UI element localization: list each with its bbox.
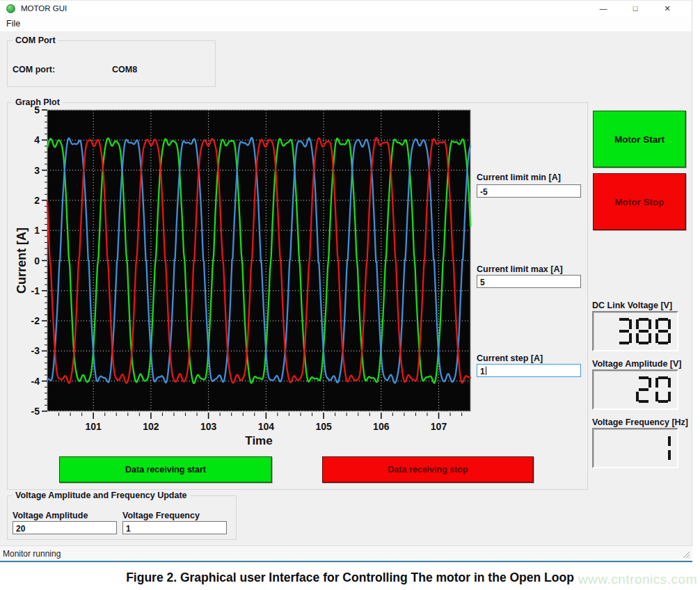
voltage-frequency-input[interactable] <box>123 523 226 535</box>
data-receiving-start-button[interactable]: Data receiving start <box>59 456 272 483</box>
window-bottom-accent <box>0 561 692 562</box>
com-port-group: COM Port COM port: COM8 <box>7 40 216 87</box>
svg-text:104: 104 <box>258 421 275 432</box>
figure-caption-row: www.cntronics.com Figure 2. Graphical us… <box>0 571 700 585</box>
voltage-frequency-display <box>592 428 678 468</box>
svg-text:5: 5 <box>34 104 40 115</box>
svg-text:-4: -4 <box>31 376 40 387</box>
svg-text:105: 105 <box>315 421 332 432</box>
title-bar: MOTOR GUI — □ ✕ <box>0 1 692 16</box>
voltage-frequency-field-label: Voltage Frequency <box>122 511 200 520</box>
voltage-amplitude-input-wrap <box>13 521 117 534</box>
voltage-frequency-input-wrap <box>122 521 227 534</box>
svg-text:2: 2 <box>34 195 40 206</box>
svg-text:102: 102 <box>143 421 159 432</box>
com-port-label: COM port: <box>13 65 55 74</box>
dc-link-voltage-display <box>592 311 678 351</box>
svg-text:4: 4 <box>34 134 40 145</box>
data-receiving-stop-button[interactable]: Data receiving stop <box>322 456 534 483</box>
svg-text:107: 107 <box>431 421 447 432</box>
maximize-icon[interactable]: □ <box>619 1 651 16</box>
menu-file[interactable]: File <box>0 16 26 29</box>
motor-stop-button[interactable]: Motor Stop <box>593 173 686 230</box>
voltage-amplitude-display <box>592 369 678 410</box>
svg-text:Current [A]: Current [A] <box>15 228 29 294</box>
svg-text:106: 106 <box>373 421 390 432</box>
status-text: Monitor running <box>3 549 61 559</box>
svg-text:-2: -2 <box>31 315 40 326</box>
text-caret <box>486 367 486 375</box>
voltage-amplitude-display-label: Voltage Amplitude [V] <box>592 359 681 369</box>
app-icon <box>6 4 15 13</box>
voltage-amplitude-input[interactable] <box>13 523 116 535</box>
svg-text:-5: -5 <box>31 406 40 417</box>
svg-text:3: 3 <box>34 165 40 176</box>
current-limit-max-label: Current limit max [A] <box>477 264 563 274</box>
app-window: MOTOR GUI — □ ✕ File COM Port COM port: … <box>0 0 692 561</box>
svg-text:1: 1 <box>34 225 40 236</box>
voltage-amplitude-value <box>636 376 671 403</box>
voltage-update-group: Voltage Amplitude and Frequency Update V… <box>7 495 237 540</box>
waveform-chart-svg: -5-4-3-2-1012345101102103104105106107Tim… <box>14 104 480 455</box>
watermark-text: www.cntronics.com <box>578 572 697 587</box>
menu-bar: File <box>0 16 692 31</box>
current-step-input[interactable] <box>477 366 580 378</box>
current-step-label: Current step [A] <box>477 353 543 363</box>
current-limit-max-input-wrap <box>477 275 581 288</box>
voltage-frequency-value <box>655 435 671 461</box>
close-icon[interactable]: ✕ <box>651 1 683 16</box>
svg-text:-3: -3 <box>31 345 40 356</box>
voltage-update-group-title: Voltage Amplitude and Frequency Update <box>13 491 190 500</box>
minimize-icon[interactable]: — <box>587 1 619 16</box>
svg-text:Time: Time <box>245 434 272 447</box>
current-step-input-wrap <box>477 364 581 377</box>
svg-text:101: 101 <box>85 421 102 432</box>
waveform-chart: -5-4-3-2-1012345101102103104105106107Tim… <box>14 104 480 455</box>
com-port-group-title: COM Port <box>13 35 58 45</box>
svg-text:-1: -1 <box>31 285 40 296</box>
dc-link-voltage-value <box>617 318 671 344</box>
window-title: MOTOR GUI <box>21 4 67 13</box>
current-limit-min-input-wrap <box>477 184 581 198</box>
motor-start-button[interactable]: Motor Start <box>593 111 686 168</box>
voltage-amplitude-field-label: Voltage Amplitude <box>13 511 88 520</box>
window-controls: — □ ✕ <box>587 1 683 16</box>
figure-caption: Figure 2. Graphical user Interface for C… <box>126 571 574 584</box>
current-limit-min-label: Current limit min [A] <box>477 173 561 182</box>
current-limit-min-input[interactable] <box>477 186 580 198</box>
svg-text:0: 0 <box>34 255 40 266</box>
com-port-value: COM8 <box>112 65 137 74</box>
voltage-frequency-display-label: Voltage Frequency [Hz] <box>592 417 688 427</box>
resize-grip-icon[interactable] <box>681 550 690 559</box>
dc-link-voltage-label: DC Link Voltage [V] <box>592 301 672 310</box>
status-bar: Monitor running <box>0 545 692 561</box>
current-limit-max-input[interactable] <box>477 277 580 289</box>
svg-text:103: 103 <box>200 421 217 432</box>
